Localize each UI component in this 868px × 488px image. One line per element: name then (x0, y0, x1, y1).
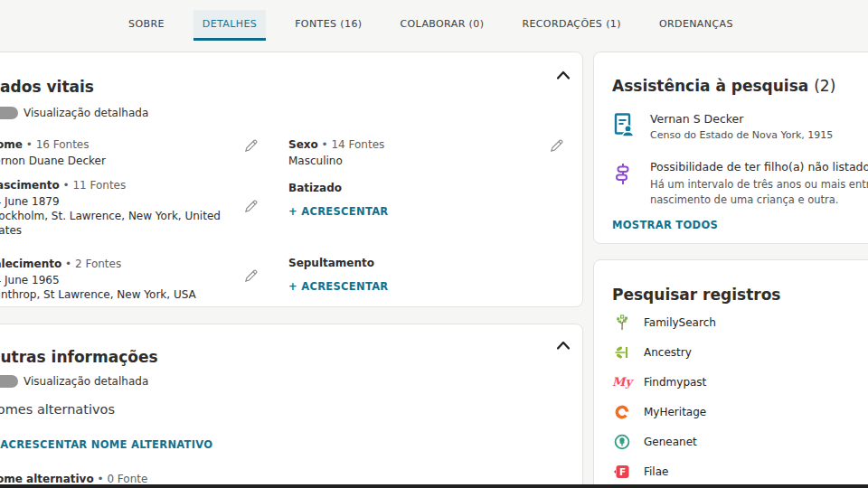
detailed-view-toggle[interactable] (0, 107, 18, 119)
field-alternative-name: Nome alternativo • 0 Fonte (0, 473, 147, 485)
birth-label: Nascimento (0, 179, 60, 192)
provider-label: Findmypast (644, 376, 706, 389)
edit-death-icon[interactable] (243, 268, 259, 284)
familysearch-tree-icon (614, 314, 630, 331)
add-alternative-name-link[interactable]: + ACRESCENTAR NOME ALTERNATIVO (0, 438, 212, 451)
research-help-card: Assistência à pesquisa (2) Vernan S Deck… (593, 52, 868, 244)
tab-fontes[interactable]: FONTES (16) (286, 10, 371, 41)
field-death: Falecimento • 2 Fontes 14 June 1965 Wint… (0, 258, 245, 302)
add-baptism-link[interactable]: + ACRESCENTAR (288, 205, 389, 218)
record-hint-source: Censo do Estado de Nova York, 1915 (650, 129, 833, 141)
edit-sex-icon[interactable] (549, 138, 564, 154)
provider-label: MyHeritage (644, 406, 706, 418)
burial-label: Sepultamento (288, 257, 374, 269)
provider-familysearch[interactable]: FamilySearch (614, 307, 716, 337)
detailed-view-toggle[interactable] (0, 375, 18, 388)
tab-colaborar[interactable]: COLABORAR (0) (391, 10, 493, 41)
provider-label: FamilySearch (644, 316, 716, 329)
record-hint[interactable]: Vernan S Decker Censo do Estado de Nova … (650, 112, 833, 141)
edit-birth-icon[interactable] (243, 199, 259, 214)
collapse-chevron-icon[interactable] (557, 70, 571, 81)
research-help-title: Assistência à pesquisa (2) (612, 77, 835, 95)
myheritage-swirl-icon (614, 404, 630, 420)
field-name: Nome • 16 Fontes Vernon Duane Decker (0, 138, 245, 168)
record-hint-name: Vernan S Decker (650, 112, 833, 126)
provider-filae[interactable]: F Filae (614, 456, 668, 486)
findmypast-my-icon: My (614, 374, 630, 390)
sex-sources: • 14 Fontes (318, 138, 385, 151)
svg-text:F: F (619, 466, 626, 477)
name-value: Vernon Duane Decker (0, 154, 245, 168)
tip-hint-description: Há um intervalo de três anos ou mais ent… (650, 177, 868, 208)
field-burial: Sepultamento (288, 257, 374, 269)
alt-name-sources: • 0 Fonte (94, 473, 148, 485)
field-sex: Sexo • 14 Fontes Masculino (288, 138, 533, 168)
window-bottom-edge (0, 484, 868, 488)
name-sources: • 16 Fontes (23, 138, 90, 151)
alternative-names-heading: Nomes alternativos (0, 402, 115, 417)
ancestry-leaf-icon (614, 344, 630, 361)
geneanet-tree-circle-icon (614, 434, 630, 450)
field-birth: Nascimento • 11 Fontes 14 June 1879 Stoc… (0, 179, 245, 238)
birth-place: Stockholm, St. Lawrence, New York, Unite… (0, 209, 245, 238)
person-page-tabs: SOBRE DETALHES FONTES (16) COLABORAR (0)… (119, 10, 742, 41)
show-all-link[interactable]: MOSTRAR TODOS (612, 219, 718, 231)
vital-card-title: Dados vitais (0, 78, 94, 96)
provider-label: Ancestry (644, 346, 692, 359)
record-document-person-icon (614, 113, 634, 137)
tab-detalhes[interactable]: DETALHES (193, 10, 266, 41)
other-info-title: Outras informações (0, 348, 158, 366)
search-records-card: Pesquisar registros FamilySearch (593, 259, 868, 488)
tip-hint-title: Possibilidade de ter filho(a) não listad… (650, 160, 868, 174)
alt-name-label: Nome alternativo (0, 473, 94, 485)
collapse-chevron-icon[interactable] (557, 341, 571, 352)
death-place: Winthrop, St Lawrence, New York, USA (0, 287, 245, 302)
provider-geneanet[interactable]: Geneanet (614, 427, 697, 456)
sex-value: Masculino (288, 154, 533, 168)
edit-name-icon[interactable] (243, 138, 259, 154)
add-burial-link[interactable]: + ACRESCENTAR (288, 280, 389, 293)
death-date: 14 June 1965 (0, 273, 245, 287)
vital-details-card: Dados vitais Visualização detalhada Nome… (0, 52, 583, 307)
name-label: Nome (0, 138, 23, 151)
tip-hint[interactable]: Possibilidade de ter filho(a) não listad… (650, 160, 868, 208)
provider-label: Geneanet (644, 436, 697, 448)
research-help-count: (2) (814, 77, 835, 95)
other-info-card: Outras informações Visualização detalhad… (0, 324, 583, 488)
field-baptism: Batizado (288, 182, 342, 194)
sex-label: Sexo (288, 138, 318, 151)
tab-ordenancas[interactable]: ORDENANÇAS (650, 10, 742, 41)
filae-f-icon: F (614, 464, 630, 480)
birth-date: 14 June 1879 (0, 194, 245, 209)
baptism-label: Batizado (288, 182, 342, 194)
birth-sources: • 11 Fontes (60, 179, 127, 192)
detailed-view-label: Visualização detalhada (24, 375, 148, 388)
provider-ancestry[interactable]: Ancestry (614, 337, 692, 367)
death-sources: • 2 Fontes (61, 258, 121, 270)
provider-myheritage[interactable]: MyHeritage (614, 397, 706, 427)
provider-label: Filae (644, 465, 668, 478)
search-records-title: Pesquisar registros (612, 286, 780, 304)
tab-sobre[interactable]: SOBRE (119, 10, 174, 41)
tab-recordacoes[interactable]: RECORDAÇÕES (1) (513, 10, 630, 41)
family-lines-icon (614, 164, 632, 184)
provider-findmypast[interactable]: My Findmypast (614, 367, 706, 397)
death-label: Falecimento (0, 258, 61, 270)
detailed-view-label: Visualização detalhada (24, 107, 148, 119)
